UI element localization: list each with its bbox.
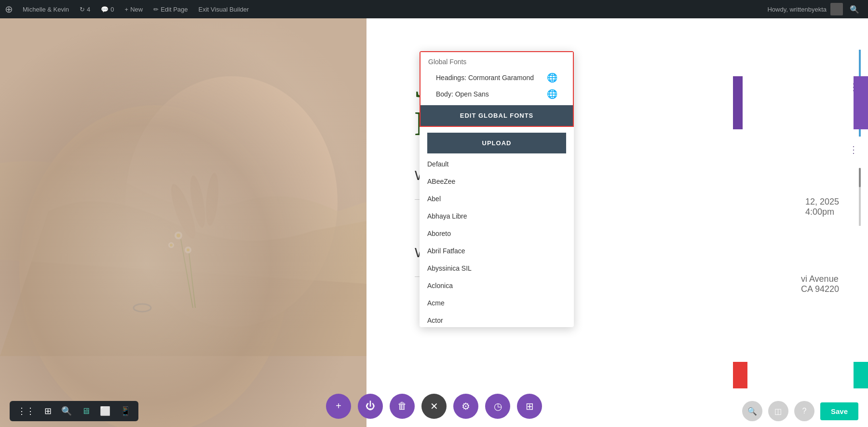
- bottom-toolbar: ⋮⋮ ⊞ 🔍 🖥 ⬜ 📱 + ⏻ 🗑 ✕ ⚙ ◷ ⊞ 🔍 ◫ ? Save: [0, 391, 868, 427]
- event-address-block: vi Avenue CA 94220: [801, 274, 839, 294]
- teal-accent-block: [854, 362, 868, 388]
- save-button[interactable]: Save: [820, 402, 858, 420]
- search-tool-icon[interactable]: 🔍: [61, 406, 72, 416]
- power-button[interactable]: ⏻: [358, 394, 383, 419]
- plus-icon: +: [125, 6, 129, 13]
- add-element-button[interactable]: +: [326, 394, 351, 419]
- page-area: ⋮ ⋮ Jo Kr Wh Wh 12, 2025 4:00pm: [0, 18, 868, 427]
- hero-image: [0, 18, 366, 427]
- site-name-link[interactable]: Michelle & Kevin: [19, 0, 73, 18]
- svg-point-2: [125, 76, 338, 327]
- exit-builder-label: Exit Visual Builder: [199, 6, 249, 13]
- event-city-text: CA 94220: [801, 284, 839, 294]
- toolbar-left-tools: ⋮⋮ ⊞ 🔍 🖥 ⬜ 📱: [10, 401, 138, 421]
- site-name-text: Michelle & Kevin: [23, 6, 69, 13]
- svg-rect-0: [0, 18, 366, 427]
- sliders-button[interactable]: ⊞: [517, 394, 542, 419]
- svg-point-9: [187, 248, 190, 251]
- adminbar-search-button[interactable]: 🔍: [846, 5, 863, 14]
- comments-icon: 💬: [101, 6, 108, 13]
- mobile-view-icon[interactable]: 📱: [120, 406, 131, 416]
- dots-menu-icon[interactable]: ⋮⋮: [17, 406, 35, 416]
- svg-point-5: [204, 172, 220, 226]
- search-pages-button[interactable]: 🔍: [742, 401, 762, 421]
- desktop-view-icon[interactable]: 🖥: [81, 406, 90, 416]
- toolbar-center-actions: + ⏻ 🗑 ✕ ⚙ ◷ ⊞: [326, 394, 542, 419]
- section-options-menu-2[interactable]: ⋮: [849, 144, 858, 155]
- edit-page-label: Edit Page: [161, 6, 188, 13]
- event-address-text: vi Avenue: [801, 274, 839, 284]
- updates-icon-container: ↻ 4: [76, 0, 94, 18]
- font-list-item[interactable]: Acme: [420, 294, 574, 312]
- close-button[interactable]: ✕: [421, 394, 447, 419]
- grid-layout-icon[interactable]: ⊞: [44, 406, 52, 416]
- howdy-text: Howdy, writtenbyekta: [767, 6, 827, 13]
- font-list-item[interactable]: Aclonica: [420, 277, 574, 294]
- body-font-label: Body: Open Sans: [436, 90, 489, 98]
- global-fonts-title: Global Fonts: [428, 58, 565, 66]
- tablet-view-icon[interactable]: ⬜: [100, 406, 110, 416]
- exit-builder-link[interactable]: Exit Visual Builder: [195, 0, 253, 18]
- svg-point-8: [185, 247, 191, 253]
- history-button[interactable]: ◷: [485, 394, 510, 419]
- toolbar-right-actions: 🔍 ◫ ? Save: [742, 401, 858, 421]
- body-globe-icon[interactable]: 🌐: [547, 89, 557, 99]
- photo-placeholder: [0, 18, 366, 427]
- headings-font-row: Headings: Cormorant Garamond 🌐: [428, 69, 565, 86]
- pencil-icon: ✏: [153, 6, 159, 13]
- new-label: New: [130, 6, 143, 13]
- purple-accent-bar: [733, 76, 743, 129]
- red-accent-block: [733, 362, 747, 388]
- svg-point-6: [175, 232, 182, 239]
- svg-point-3: [166, 181, 200, 241]
- layers-button[interactable]: ◫: [768, 401, 788, 421]
- event-datetime: 12, 2025 4:00pm: [805, 197, 839, 217]
- user-info: Howdy, writtenbyekta: [767, 3, 843, 15]
- headings-globe-icon[interactable]: 🌐: [547, 72, 557, 83]
- global-fonts-section: Global Fonts Headings: Cormorant Garamon…: [420, 51, 574, 127]
- svg-line-12: [181, 239, 193, 308]
- edit-global-fonts-button[interactable]: EDIT GLOBAL FONTS: [420, 105, 573, 126]
- event-time-text: 4:00pm: [805, 207, 839, 217]
- scroll-indicator[interactable]: [859, 168, 861, 226]
- upload-font-button[interactable]: UPLOAD: [427, 133, 566, 153]
- wordpress-logo-icon: ⊕: [5, 3, 13, 15]
- font-list: DefaultABeeZeeAbelAbhaya LibreAboretoAbr…: [420, 153, 574, 327]
- svg-point-7: [176, 234, 180, 237]
- svg-point-11: [170, 244, 173, 247]
- svg-point-4: [188, 175, 208, 229]
- trash-button[interactable]: 🗑: [390, 394, 415, 419]
- comments-count: 0: [110, 6, 114, 13]
- admin-bar: ⊕ Michelle & Kevin ↻ 4 💬 0 + New ✏ Edit …: [0, 0, 868, 18]
- svg-line-13: [189, 253, 195, 308]
- font-list-item[interactable]: Abel: [420, 190, 574, 207]
- svg-point-14: [134, 304, 151, 312]
- settings-button[interactable]: ⚙: [453, 394, 478, 419]
- svg-point-10: [168, 242, 174, 248]
- event-date-text: 12, 2025: [805, 197, 839, 207]
- font-list-item[interactable]: Abyssinica SIL: [420, 260, 574, 277]
- user-avatar: [830, 3, 843, 15]
- body-font-row: Body: Open Sans 🌐: [428, 86, 565, 102]
- svg-point-1: [19, 105, 289, 427]
- photo-svg: [0, 18, 366, 427]
- font-list-item[interactable]: Default: [420, 155, 574, 173]
- font-panel: Global Fonts Headings: Cormorant Garamon…: [420, 51, 574, 327]
- purple-block-right: [854, 76, 868, 129]
- help-button[interactable]: ?: [794, 401, 814, 421]
- comments-link[interactable]: 💬 0: [97, 0, 118, 18]
- font-list-item[interactable]: Actor: [420, 312, 574, 327]
- font-list-item[interactable]: Abril Fatface: [420, 242, 574, 260]
- scroll-thumb[interactable]: [859, 168, 861, 187]
- updates-icon: ↻: [80, 6, 85, 13]
- font-list-item[interactable]: ABeeZee: [420, 173, 574, 190]
- updates-link[interactable]: ↻ 4: [76, 0, 94, 18]
- font-list-item[interactable]: Abhaya Libre: [420, 207, 574, 225]
- global-fonts-header: Global Fonts Headings: Cormorant Garamon…: [420, 52, 573, 105]
- updates-count: 4: [87, 6, 90, 13]
- headings-font-label: Headings: Cormorant Garamond: [436, 74, 534, 82]
- font-list-item[interactable]: Aboreto: [420, 225, 574, 242]
- edit-page-link[interactable]: ✏ Edit Page: [149, 0, 191, 18]
- new-content-link[interactable]: + New: [121, 0, 147, 18]
